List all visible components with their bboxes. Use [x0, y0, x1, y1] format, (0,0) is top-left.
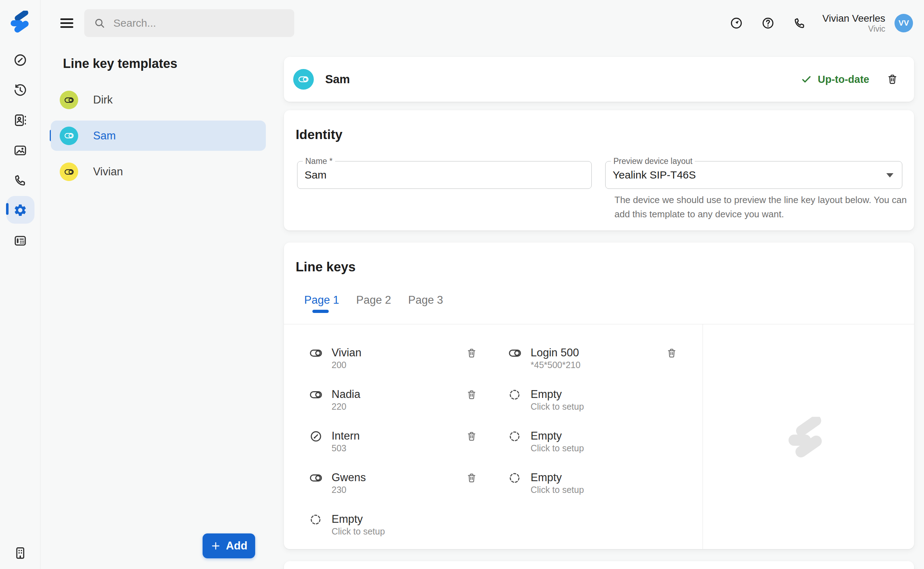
line-key-title: Gwens — [332, 471, 366, 484]
line-key-row[interactable]: Gwens 230 — [310, 471, 487, 503]
empty-line-key-row[interactable]: Empty Click to setup — [508, 429, 686, 461]
templates-panel: Line key templates Dirk Sam Vivian Add — [41, 46, 283, 569]
sidebar-item-contacts[interactable] — [10, 110, 30, 130]
line-key-icon — [64, 95, 74, 105]
add-button-label: Add — [226, 540, 247, 552]
status-badge: Up-to-date — [801, 74, 869, 85]
sidebar-item-organization[interactable] — [10, 543, 30, 563]
empty-line-key-row[interactable]: Empty Click to setup — [508, 471, 686, 503]
template-avatar — [60, 163, 78, 181]
line-key-text: Empty Click to setup — [531, 388, 584, 412]
template-label: Vivian — [93, 165, 123, 178]
device-layout-select[interactable]: Preview device layout Yealink SIP-T46S — [605, 161, 902, 189]
status-label: Up-to-date — [818, 74, 869, 85]
line-key-subtitle: Click to setup — [531, 443, 584, 453]
tab-page-3[interactable]: Page 3 — [408, 292, 443, 308]
gauge-icon — [13, 53, 27, 67]
delete-line-key-button[interactable] — [665, 346, 679, 360]
compass-icon — [730, 16, 743, 30]
dashed-circle-icon — [508, 389, 520, 401]
help-icon — [761, 16, 775, 30]
trash-icon — [466, 347, 477, 359]
trash-icon — [466, 472, 477, 484]
line-key-icon — [310, 347, 322, 359]
search-input[interactable] — [113, 17, 285, 29]
user-name: Vivian Veerles — [822, 13, 885, 24]
line-key-subtitle: *45*500*210 — [531, 359, 580, 370]
template-label: Sam — [93, 129, 116, 142]
line-key-row[interactable]: Intern 503 — [310, 429, 487, 461]
line-key-text: Gwens 230 — [332, 471, 366, 495]
user-info: Vivian Veerles Vivic — [822, 13, 885, 34]
delete-line-key-button[interactable] — [464, 388, 479, 402]
identity-title: Identity — [296, 127, 343, 142]
line-key-text: Intern 503 — [332, 429, 360, 453]
line-key-subtitle: 200 — [332, 359, 361, 370]
sidebar-item-calls[interactable] — [10, 170, 30, 190]
dashed-circle-icon — [310, 514, 322, 526]
line-key-title: Empty — [531, 388, 584, 401]
sidebar-item-settings[interactable] — [10, 200, 30, 220]
line-keys-title: Line keys — [296, 260, 356, 275]
contact-card-icon — [13, 113, 27, 127]
identity-card: Identity Name * Preview device layout Ye… — [284, 110, 914, 230]
dashed-circle-icon — [508, 430, 520, 443]
dashed-circle-icon — [508, 472, 520, 484]
delete-template-button[interactable] — [886, 73, 898, 85]
user-org: Vivic — [822, 24, 885, 33]
template-avatar — [60, 91, 78, 109]
top-bar-right: Vivian Veerles Vivic VV — [715, 0, 913, 46]
active-tab-indicator — [313, 310, 329, 313]
device-select-value: Yealink SIP-T46S — [613, 161, 696, 188]
name-input[interactable] — [297, 161, 591, 189]
calls-button[interactable] — [790, 13, 810, 33]
delete-line-key-button[interactable] — [464, 429, 479, 443]
line-key-subtitle: 220 — [332, 401, 360, 412]
line-key-subtitle: Click to setup — [531, 484, 584, 495]
template-name: Sam — [325, 57, 350, 102]
sidebar-item-dashboard[interactable] — [10, 50, 30, 70]
template-avatar — [60, 126, 78, 145]
sidebar-item-devices[interactable] — [10, 231, 30, 251]
chevron-down-icon — [886, 173, 894, 178]
line-key-row[interactable]: Vivian 200 — [310, 346, 487, 378]
trash-icon — [466, 431, 477, 442]
line-key-row[interactable]: Nadia 220 — [310, 388, 487, 420]
line-key-icon — [310, 472, 322, 484]
brand-watermark-icon — [787, 417, 824, 458]
line-key-row[interactable]: Login 500 *45*500*210 — [508, 346, 686, 378]
trash-icon — [886, 73, 898, 85]
delete-line-key-button[interactable] — [464, 346, 479, 360]
empty-line-key-row[interactable]: Empty Click to setup — [310, 513, 487, 545]
line-key-subtitle: 503 — [332, 443, 360, 453]
sidebar-item-history[interactable] — [10, 81, 30, 100]
phone-icon — [13, 173, 27, 187]
template-item-vivian[interactable]: Vivian — [51, 157, 266, 187]
search-box[interactable] — [84, 9, 294, 37]
gallery-icon — [13, 143, 27, 158]
line-key-text: Login 500 *45*500*210 — [531, 346, 580, 370]
tab-page-2[interactable]: Page 2 — [356, 292, 391, 308]
name-field[interactable]: Name * — [297, 161, 592, 189]
sidebar-item-media[interactable] — [10, 140, 30, 160]
line-keys-card: Line keys Page 1 Page 2 Page 3 Vivian 20… — [284, 242, 914, 549]
line-key-subtitle: 230 — [332, 484, 366, 495]
explore-button[interactable] — [727, 13, 746, 33]
tab-page-1[interactable]: Page 1 — [304, 292, 339, 308]
line-key-icon — [298, 74, 309, 85]
user-avatar[interactable]: VV — [895, 14, 913, 32]
empty-line-key-row[interactable]: Empty Click to setup — [508, 388, 686, 420]
phone-icon — [793, 16, 806, 30]
add-template-button[interactable]: Add — [203, 534, 255, 558]
top-bar: Vivian Veerles Vivic VV — [41, 0, 924, 46]
delete-line-key-button[interactable] — [464, 471, 479, 485]
template-item-sam[interactable]: Sam — [51, 120, 266, 151]
line-key-text: Empty Click to setup — [531, 471, 584, 495]
template-avatar — [293, 69, 314, 90]
sidebar-active-indicator — [6, 203, 9, 215]
gauge-icon — [310, 430, 322, 443]
line-key-icon — [64, 131, 74, 140]
help-button[interactable] — [758, 13, 778, 33]
hamburger-menu-button[interactable] — [57, 13, 77, 33]
template-item-dirk[interactable]: Dirk — [51, 85, 266, 115]
